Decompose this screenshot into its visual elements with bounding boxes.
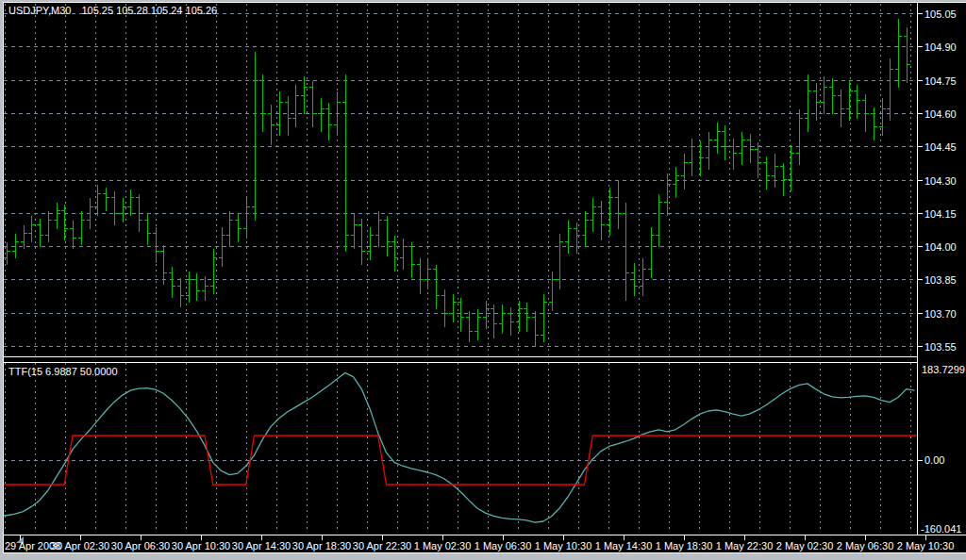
time-label: 1 May 06:30	[475, 540, 532, 552]
price-label: 104.75	[924, 75, 957, 87]
time-label: 30 Apr 18:30	[292, 540, 351, 552]
time-label: 1 May 18:30	[656, 540, 713, 552]
frame-left	[0, 0, 3, 560]
frame-bottom	[0, 553, 966, 560]
time-label: 30 Apr 14:30	[232, 540, 291, 552]
price-label: 103.85	[924, 274, 957, 286]
time-label: 30 Apr 06:30	[111, 540, 170, 552]
quote-ohlc-label: 105.25 105.28 105.24 105.26	[81, 5, 217, 16]
time-label: 2 May 02:30	[776, 540, 834, 552]
frame-top	[0, 0, 966, 2]
symbol-period-label: USDJPY,M30	[8, 5, 71, 16]
time-label: 30 Apr 02:30	[51, 540, 109, 552]
time-label: 2 May 06:30	[837, 540, 894, 552]
time-label: 30 Apr 22:30	[353, 540, 411, 552]
price-label: 104.15	[924, 208, 957, 220]
price-label: 104.90	[924, 41, 957, 53]
time-label: 1 May 10:30	[535, 540, 592, 552]
window-splitter[interactable]	[4, 357, 917, 362]
price-label: 103.55	[924, 341, 957, 353]
time-label: 2 May 10:30	[897, 540, 955, 552]
price-label: 104.00	[924, 241, 957, 253]
indicator-label: TTF(15 6.9887 50.0000	[8, 366, 118, 377]
chart-title: USDJPY,M30 105.25 105.28 105.24 105.26	[8, 5, 217, 16]
time-label: 1 May 02:30	[414, 540, 472, 552]
price-label: 105.05	[924, 8, 957, 20]
indicator-zero-label: 0.00	[924, 454, 944, 466]
time-label: 1 May 22:30	[716, 540, 774, 552]
price-label: 104.30	[924, 175, 957, 187]
price-label: 104.45	[924, 141, 957, 153]
price-label: 103.70	[924, 308, 957, 320]
indicator-min-label: -160.041	[921, 523, 961, 535]
time-label: 30 Apr 10:30	[172, 540, 230, 552]
chart-canvas: 105.05104.90104.75104.60104.45104.30104.…	[0, 0, 966, 560]
price-label: 104.60	[924, 108, 957, 120]
terminal-window: { "window": { "symbol_period": "USDJPY,M…	[0, 0, 966, 560]
indicator-max-label: 183.7299	[922, 364, 965, 375]
time-label: 1 May 14:30	[595, 540, 653, 552]
